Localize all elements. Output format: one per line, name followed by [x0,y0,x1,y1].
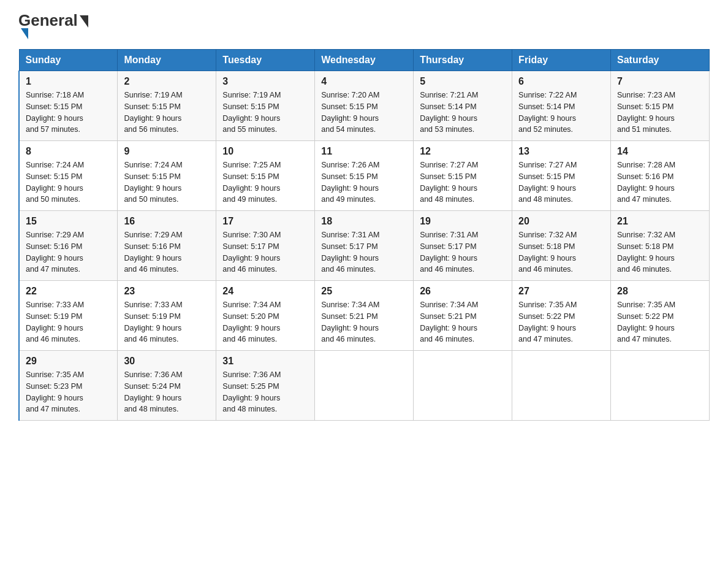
weekday-header-friday: Friday [512,50,611,71]
day-number: 13 [518,146,604,157]
calendar-table: SundayMondayTuesdayWednesdayThursdayFrid… [18,49,710,421]
day-info: Sunrise: 7:19 AMSunset: 5:15 PMDaylight:… [124,90,210,136]
calendar-cell: 6Sunrise: 7:22 AMSunset: 5:14 PMDaylight… [512,71,611,141]
logo-general-text: General [18,12,88,28]
calendar-cell: 27Sunrise: 7:35 AMSunset: 5:22 PMDayligh… [512,281,611,351]
day-info: Sunrise: 7:26 AMSunset: 5:15 PMDaylight:… [321,159,407,205]
calendar-cell: 20Sunrise: 7:32 AMSunset: 5:18 PMDayligh… [512,211,611,281]
calendar-cell: 23Sunrise: 7:33 AMSunset: 5:19 PMDayligh… [118,281,216,351]
calendar-cell: 16Sunrise: 7:29 AMSunset: 5:16 PMDayligh… [118,211,216,281]
calendar-cell: 3Sunrise: 7:19 AMSunset: 5:15 PMDaylight… [216,71,315,141]
day-info: Sunrise: 7:34 AMSunset: 5:21 PMDaylight:… [321,299,407,345]
day-number: 17 [222,216,308,227]
day-number: 27 [518,286,604,297]
day-info: Sunrise: 7:36 AMSunset: 5:24 PMDaylight:… [124,369,210,415]
calendar-week-row: 1Sunrise: 7:18 AMSunset: 5:15 PMDaylight… [19,71,710,141]
calendar-cell: 22Sunrise: 7:33 AMSunset: 5:19 PMDayligh… [19,281,118,351]
calendar-week-row: 22Sunrise: 7:33 AMSunset: 5:19 PMDayligh… [19,281,710,351]
day-number: 7 [617,76,703,87]
day-number: 23 [124,286,210,297]
day-info: Sunrise: 7:21 AMSunset: 5:14 PMDaylight:… [420,90,506,136]
day-info: Sunrise: 7:22 AMSunset: 5:14 PMDaylight:… [518,90,604,136]
day-number: 16 [124,216,210,227]
day-number: 28 [617,286,703,297]
day-number: 9 [124,146,210,157]
day-info: Sunrise: 7:30 AMSunset: 5:17 PMDaylight:… [222,229,308,275]
day-info: Sunrise: 7:32 AMSunset: 5:18 PMDaylight:… [518,229,604,275]
day-number: 8 [26,146,111,157]
day-number: 18 [321,216,407,227]
day-info: Sunrise: 7:24 AMSunset: 5:15 PMDaylight:… [26,159,111,205]
weekday-header-monday: Monday [118,50,216,71]
calendar-cell [611,351,710,421]
day-number: 22 [26,286,111,297]
calendar-cell: 13Sunrise: 7:27 AMSunset: 5:15 PMDayligh… [512,141,611,211]
day-number: 3 [222,76,308,87]
day-number: 2 [124,76,210,87]
day-info: Sunrise: 7:24 AMSunset: 5:15 PMDaylight:… [124,159,210,205]
calendar-cell: 15Sunrise: 7:29 AMSunset: 5:16 PMDayligh… [19,211,118,281]
calendar-cell: 30Sunrise: 7:36 AMSunset: 5:24 PMDayligh… [118,351,216,421]
calendar-cell: 19Sunrise: 7:31 AMSunset: 5:17 PMDayligh… [414,211,512,281]
day-number: 19 [420,216,506,227]
day-info: Sunrise: 7:29 AMSunset: 5:16 PMDaylight:… [124,229,210,275]
calendar-cell: 10Sunrise: 7:25 AMSunset: 5:15 PMDayligh… [216,141,315,211]
day-info: Sunrise: 7:19 AMSunset: 5:15 PMDaylight:… [222,90,308,136]
day-number: 4 [321,76,407,87]
weekday-header-thursday: Thursday [414,50,512,71]
calendar-cell: 7Sunrise: 7:23 AMSunset: 5:15 PMDaylight… [611,71,710,141]
calendar-cell [512,351,611,421]
day-info: Sunrise: 7:34 AMSunset: 5:21 PMDaylight:… [420,299,506,345]
weekday-header-wednesday: Wednesday [315,50,414,71]
calendar-cell: 17Sunrise: 7:30 AMSunset: 5:17 PMDayligh… [216,211,315,281]
calendar-week-row: 8Sunrise: 7:24 AMSunset: 5:15 PMDaylight… [19,141,710,211]
calendar-cell: 5Sunrise: 7:21 AMSunset: 5:14 PMDaylight… [414,71,512,141]
day-info: Sunrise: 7:35 AMSunset: 5:22 PMDaylight:… [518,299,604,345]
day-number: 30 [124,356,210,367]
day-number: 21 [617,216,703,227]
calendar-cell: 24Sunrise: 7:34 AMSunset: 5:20 PMDayligh… [216,281,315,351]
day-info: Sunrise: 7:33 AMSunset: 5:19 PMDaylight:… [26,299,111,345]
day-info: Sunrise: 7:23 AMSunset: 5:15 PMDaylight:… [617,90,703,136]
calendar-cell: 4Sunrise: 7:20 AMSunset: 5:15 PMDaylight… [315,71,414,141]
calendar-cell: 31Sunrise: 7:36 AMSunset: 5:25 PMDayligh… [216,351,315,421]
calendar-week-row: 29Sunrise: 7:35 AMSunset: 5:23 PMDayligh… [19,351,710,421]
logo-triangle-icon [21,28,28,39]
day-number: 1 [26,76,111,87]
day-info: Sunrise: 7:29 AMSunset: 5:16 PMDaylight:… [26,229,111,275]
weekday-header-sunday: Sunday [19,50,118,71]
calendar-cell: 26Sunrise: 7:34 AMSunset: 5:21 PMDayligh… [414,281,512,351]
day-number: 20 [518,216,604,227]
day-number: 31 [222,356,308,367]
logo: General [18,12,88,39]
day-number: 14 [617,146,703,157]
page-header: General [18,12,710,39]
calendar-cell: 28Sunrise: 7:35 AMSunset: 5:22 PMDayligh… [611,281,710,351]
day-info: Sunrise: 7:34 AMSunset: 5:20 PMDaylight:… [222,299,308,345]
day-info: Sunrise: 7:32 AMSunset: 5:18 PMDaylight:… [617,229,703,275]
day-info: Sunrise: 7:31 AMSunset: 5:17 PMDaylight:… [321,229,407,275]
calendar-header-row: SundayMondayTuesdayWednesdayThursdayFrid… [19,50,710,71]
day-info: Sunrise: 7:35 AMSunset: 5:22 PMDaylight:… [617,299,703,345]
weekday-header-saturday: Saturday [611,50,710,71]
calendar-week-row: 15Sunrise: 7:29 AMSunset: 5:16 PMDayligh… [19,211,710,281]
day-info: Sunrise: 7:27 AMSunset: 5:15 PMDaylight:… [518,159,604,205]
day-info: Sunrise: 7:35 AMSunset: 5:23 PMDaylight:… [26,369,111,415]
calendar-cell: 25Sunrise: 7:34 AMSunset: 5:21 PMDayligh… [315,281,414,351]
day-info: Sunrise: 7:18 AMSunset: 5:15 PMDaylight:… [26,90,111,136]
day-number: 25 [321,286,407,297]
calendar-cell: 21Sunrise: 7:32 AMSunset: 5:18 PMDayligh… [611,211,710,281]
calendar-cell: 2Sunrise: 7:19 AMSunset: 5:15 PMDaylight… [118,71,216,141]
weekday-header-tuesday: Tuesday [216,50,315,71]
day-info: Sunrise: 7:25 AMSunset: 5:15 PMDaylight:… [222,159,308,205]
calendar-cell: 8Sunrise: 7:24 AMSunset: 5:15 PMDaylight… [19,141,118,211]
day-info: Sunrise: 7:28 AMSunset: 5:16 PMDaylight:… [617,159,703,205]
day-number: 29 [26,356,111,367]
day-number: 26 [420,286,506,297]
day-number: 12 [420,146,506,157]
calendar-cell: 29Sunrise: 7:35 AMSunset: 5:23 PMDayligh… [19,351,118,421]
calendar-cell [315,351,414,421]
calendar-cell [414,351,512,421]
logo-blue-text [18,28,28,39]
calendar-cell: 12Sunrise: 7:27 AMSunset: 5:15 PMDayligh… [414,141,512,211]
